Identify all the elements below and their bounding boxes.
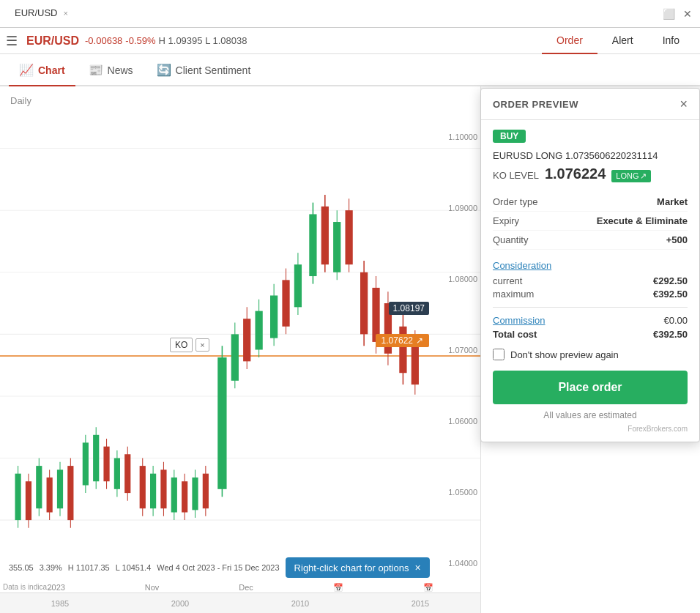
stat-date: Wed 4 Oct 2023 - Fri 15 Dec 2023 — [157, 563, 279, 572]
stat-value1: 355.05 — [9, 563, 34, 572]
tab-bar: EUR/USD × ⬜ ✕ — [0, 0, 700, 28]
mini-2015: 2015 — [412, 599, 429, 608]
news-icon: 📰 — [89, 63, 103, 77]
price-change: -0.00638 — [85, 35, 122, 46]
y-label-2: 1.09000 — [432, 204, 477, 212]
op-quantity-label: Quantity — [493, 234, 528, 245]
op-expiry-value: Execute & Eliminate — [597, 215, 688, 226]
op-expiry-row: Expiry Execute & Eliminate — [493, 212, 688, 231]
hamburger-menu[interactable]: ☰ — [6, 33, 18, 49]
dont-show-preview-label: Don't show preview again — [510, 349, 619, 360]
op-maximum-value: €392.50 — [653, 289, 688, 300]
chart-timeframe: Daily — [10, 95, 31, 106]
op-maximum-label: maximum — [493, 289, 534, 300]
op-current-value: €292.50 — [653, 275, 688, 286]
op-total-label: Total cost — [493, 329, 537, 340]
chart-area[interactable]: Daily — [0, 86, 480, 613]
op-close-btn[interactable]: × — [679, 97, 688, 111]
chart-icon: 📈 — [19, 63, 34, 77]
op-maximum-row: maximum €392.50 — [493, 289, 688, 300]
op-order-type-row: Order type Market — [493, 193, 688, 212]
window-controls: ⬜ ✕ — [662, 7, 694, 21]
y-label-6: 1.05000 — [432, 488, 477, 497]
op-expiry-label: Expiry — [493, 215, 519, 226]
tab-info[interactable]: Info — [648, 28, 694, 54]
xaxis-dec: Dec — [239, 583, 253, 592]
mini-1985: 1985 — [51, 599, 69, 608]
op-consideration-link[interactable]: Consideration — [493, 260, 688, 271]
y-label-1: 1.10000 — [432, 133, 477, 141]
xaxis-nov: Nov — [145, 583, 160, 592]
op-ko-level-label: KO LEVEL — [493, 170, 539, 181]
tab-eurusd[interactable]: EUR/USD × — [6, 0, 77, 28]
op-current-row: current €292.50 — [493, 275, 688, 286]
op-header: ORDER PREVIEW × — [481, 89, 699, 120]
tooltip-close-btn[interactable]: × — [414, 562, 420, 573]
op-consideration: Consideration current €292.50 maximum €3… — [493, 260, 688, 300]
tooltip-text: Right-click chart for options — [294, 562, 409, 573]
calendar-icon[interactable]: 📅 — [333, 583, 343, 592]
tab-news[interactable]: 📰 News — [78, 55, 144, 87]
op-long-badge: LONG ↗ — [611, 170, 651, 182]
tab-alert[interactable]: Alert — [597, 28, 648, 54]
dont-show-preview-checkbox[interactable] — [493, 349, 504, 360]
y-label-3: 1.08000 — [432, 275, 477, 283]
right-click-tooltip: Right-click chart for options × — [286, 557, 430, 578]
op-ko-price: 1.076224 — [545, 166, 606, 182]
op-checkbox-row: Don't show preview again — [493, 349, 688, 360]
op-commission-link[interactable]: Commission — [493, 315, 546, 326]
tab-news-label: News — [108, 64, 133, 76]
tab-order[interactable]: Order — [542, 28, 597, 54]
y-axis-labels: 1.10000 1.09000 1.08000 1.07000 1.06000 … — [429, 86, 480, 613]
chart-bottom-bar: 355.05 3.39% H 11017.35 L 10451.4 Wed 4 … — [0, 557, 480, 578]
order-preview-panel: ORDER PREVIEW × BUY EURUSD LONG 1.073560… — [480, 88, 700, 442]
ko-price-value: 1.07622 — [381, 335, 413, 346]
symbol-label: EUR/USD — [26, 34, 79, 48]
y-label-4: 1.07000 — [432, 346, 477, 354]
y-label-5: 1.06000 — [432, 417, 477, 426]
tab-chart[interactable]: 📈 Chart — [9, 55, 75, 87]
nav-tabs: 📈 Chart 📰 News 🔄 Client Sentiment — [0, 54, 700, 86]
stat-value2: 3.39% — [40, 563, 62, 572]
op-details: Order type Market Expiry Execute & Elimi… — [493, 193, 688, 250]
ko-close-btn[interactable]: × — [196, 338, 209, 352]
op-total-row: Total cost €392.50 — [493, 329, 688, 340]
stat-low: L 10451.4 — [116, 563, 152, 572]
tab-close-btn[interactable]: × — [64, 9, 68, 18]
op-commission-value: €0.00 — [663, 315, 688, 326]
op-quantity-row: Quantity +500 — [493, 231, 688, 250]
chart-minimap[interactable]: 1985 2000 2010 2015 — [0, 592, 480, 613]
op-order-type-value: Market — [657, 196, 688, 207]
tab-sentiment-label: Client Sentiment — [176, 64, 251, 76]
op-current-label: current — [493, 275, 522, 286]
tab-label: EUR/USD — [15, 7, 58, 18]
ko-price-label: 1.07622 ↗ — [376, 334, 429, 347]
minimize-button[interactable]: ⬜ — [662, 7, 675, 21]
op-body: BUY EURUSD LONG 1.0735606220231114 KO LE… — [481, 120, 699, 442]
mini-2000: 2000 — [171, 599, 189, 608]
calendar-icon-2[interactable]: 📅 — [423, 583, 433, 592]
op-total-value: €392.50 — [653, 329, 688, 340]
op-divider — [493, 307, 688, 308]
candlestick-chart[interactable] — [0, 86, 480, 613]
close-button[interactable]: ✕ — [681, 7, 694, 21]
tab-sentiment[interactable]: 🔄 Client Sentiment — [146, 55, 261, 87]
x-axis: 2023 Nov Dec 📅 📅 — [0, 583, 480, 592]
op-ko-level: KO LEVEL 1.076224 LONG ↗ — [493, 166, 688, 182]
op-title: ORDER PREVIEW — [493, 99, 578, 110]
op-order-type-label: Order type — [493, 196, 537, 207]
mini-2010: 2010 — [291, 599, 309, 608]
ko-arrow-icon: ↗ — [416, 335, 423, 346]
stat-high: H 11017.35 — [68, 563, 110, 572]
op-long-arrow-icon: ↗ — [640, 171, 647, 181]
op-estimated-note: All values are estimated — [493, 410, 688, 420]
place-order-button[interactable]: Place order — [493, 371, 688, 404]
hl-info: H 1.09395 L 1.08038 — [159, 35, 247, 46]
ko-marker[interactable]: KO × — [170, 338, 209, 352]
op-instrument: EURUSD LONG 1.0735606220231114 — [493, 150, 688, 161]
ko-label: KO — [170, 338, 193, 352]
tab-chart-label: Chart — [38, 64, 65, 76]
xaxis-2023: 2023 — [47, 583, 64, 592]
sentiment-icon: 🔄 — [157, 63, 171, 77]
menu-bar: ☰ EUR/USD -0.00638 -0.59% H 1.09395 L 1.… — [0, 28, 700, 54]
